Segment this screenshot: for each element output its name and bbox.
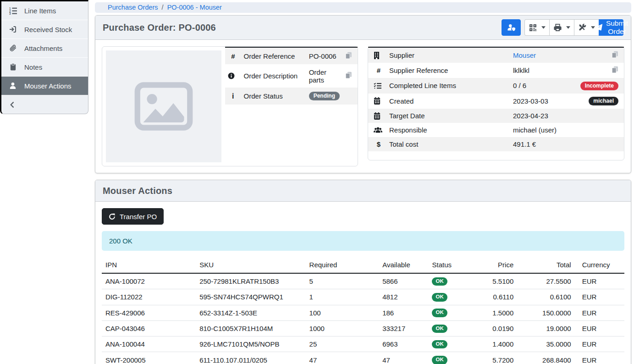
- item-price: 5.7200: [470, 352, 518, 364]
- detail-row-created: Created 2023-03-03 michael: [368, 94, 624, 109]
- detail-label: Supplier Reference: [386, 63, 510, 78]
- admin-button[interactable]: [502, 19, 521, 36]
- detail-row-supplier-reference: # Supplier Reference lklklkl: [368, 63, 624, 78]
- detail-value: 2023-03-03: [510, 94, 573, 109]
- copy-icon[interactable]: [345, 52, 352, 59]
- detail-value: Order parts: [306, 64, 342, 88]
- item-sku: 926-LMC7101QM5/NOPB: [196, 336, 305, 352]
- detail-label: Target Date: [386, 109, 510, 123]
- sidebar-item-label: Notes: [24, 63, 42, 71]
- info-circle-icon: [225, 64, 241, 88]
- item-sku: 810-C1005X7R1H104M: [196, 320, 305, 336]
- item-available: 5866: [379, 273, 428, 289]
- detail-row-order-status: i Order Status Pending: [225, 88, 358, 105]
- sign-in-icon: [8, 26, 17, 33]
- print-actions-button[interactable]: [549, 19, 574, 36]
- col-ipn: IPN: [102, 259, 196, 273]
- detail-row-responsible: Responsible michael (user): [368, 123, 624, 137]
- item-total: 19.0000: [517, 320, 574, 336]
- image-icon: [133, 82, 194, 131]
- item-ipn: ANA-100072: [102, 273, 196, 289]
- copy-icon[interactable]: [345, 72, 352, 79]
- detail-row-supplier: Supplier Mouser: [368, 47, 624, 63]
- col-price: Price: [470, 259, 518, 273]
- item-price: 1.4000: [470, 336, 518, 352]
- michael-badge: michael: [589, 97, 618, 105]
- page-title: Purchase Order: PO-0006: [103, 22, 216, 33]
- sidebar-item-line-items[interactable]: 123 Line Items: [1, 1, 88, 20]
- barcode-actions-button[interactable]: [524, 19, 549, 36]
- detail-value: 0 / 6: [510, 78, 573, 94]
- item-currency: EUR: [575, 352, 624, 364]
- sidebar-item-label: Line Items: [24, 7, 56, 15]
- breadcrumb-separator: /: [162, 4, 164, 11]
- item-price: 1.5000: [470, 305, 518, 320]
- item-required: 100: [306, 305, 379, 320]
- part-image-placeholder[interactable]: [106, 50, 221, 162]
- col-available: Available: [379, 259, 428, 273]
- caret-down-icon: [566, 26, 570, 29]
- order-toolbar: Submit Order: [502, 19, 623, 36]
- paper-plane-icon: [595, 24, 602, 32]
- sidebar-collapse-button[interactable]: [1, 95, 88, 114]
- copy-icon[interactable]: [612, 51, 618, 58]
- sidebar-item-mouser-actions[interactable]: Mouser Actions: [1, 77, 88, 95]
- sidebar-item-attachments[interactable]: Attachments: [1, 39, 88, 58]
- detail-row-order-reference: # Order Reference PO-0006: [225, 47, 358, 64]
- detail-label: Order Reference: [241, 47, 306, 64]
- copy-icon[interactable]: [612, 66, 618, 73]
- detail-label: Total cost: [386, 137, 510, 151]
- sidebar: 123 Line Items Received Stock Attachment…: [0, 0, 88, 364]
- sidebar-item-received-stock[interactable]: Received Stock: [1, 20, 88, 39]
- item-currency: EUR: [575, 289, 624, 305]
- detail-value: 491.1 €: [510, 137, 573, 151]
- printer-icon: [554, 24, 562, 32]
- breadcrumb-link-po-0006[interactable]: PO-0006 - Mouser: [167, 4, 222, 11]
- breadcrumb-link-purchase-orders[interactable]: Purchase Orders: [108, 4, 158, 11]
- sidebar-item-label: Received Stock: [24, 26, 72, 33]
- supplier-details-card: Supplier Mouser # Supplier Reference lkl…: [368, 46, 624, 160]
- item-available: 186: [379, 305, 428, 320]
- line-item-row: DIG-112022 595-SN74HCS74QPWRQ1 1 4812 OK…: [102, 289, 624, 305]
- submit-order-button[interactable]: Submit Order: [599, 19, 623, 36]
- item-available: 47: [379, 352, 428, 364]
- tools-icon: [579, 24, 586, 32]
- item-status: OK: [428, 336, 470, 352]
- detail-label: Supplier: [386, 47, 510, 63]
- calendar-icon: [368, 94, 386, 109]
- item-total: 0.6100: [517, 289, 574, 305]
- detail-row-order-description: Order Description Order parts: [225, 64, 358, 88]
- line-item-row: RES-429006 652-3314Z-1-503E 100 186 OK 1…: [102, 305, 624, 320]
- item-currency: EUR: [575, 336, 624, 352]
- item-required: 1: [306, 289, 379, 305]
- item-available: 333217: [379, 320, 428, 336]
- item-status: OK: [428, 320, 470, 336]
- item-currency: EUR: [575, 320, 624, 336]
- detail-value: lklklkl: [510, 63, 573, 78]
- detail-label: Created: [386, 94, 510, 109]
- order-actions-group: Submit Order: [524, 19, 623, 36]
- item-sku: 595-SN74HCS74QPWRQ1: [196, 289, 305, 305]
- building-icon: [368, 47, 386, 63]
- item-total: 35.0000: [517, 336, 574, 352]
- item-sku: 611-110.107.011/0205: [196, 352, 305, 364]
- clipboard-icon: [8, 63, 17, 71]
- dollar-icon: $: [368, 137, 386, 151]
- item-ipn: CAP-043046: [102, 320, 196, 336]
- submit-order-label: Submit Order: [606, 19, 628, 36]
- detail-value-link[interactable]: Mouser: [510, 47, 573, 63]
- detail-row-completed-line-items: Completed Line Items 0 / 6 Incomplete: [368, 78, 624, 94]
- table-header-row: IPN SKU Required Available Status Price …: [102, 259, 624, 273]
- app-root: 123 Line Items Received Stock Attachment…: [0, 0, 634, 364]
- col-required: Required: [306, 259, 379, 273]
- mouser-actions-body: Transfer PO 200 OK IPN SKU Required Avai…: [95, 202, 631, 364]
- purchase-order-panel: Purchase Order: PO-0006: [95, 15, 631, 173]
- ok-badge: OK: [432, 325, 447, 333]
- transfer-po-button[interactable]: Transfer PO: [102, 208, 164, 225]
- svg-text:3: 3: [9, 12, 11, 15]
- sidebar-item-notes[interactable]: Notes: [1, 58, 88, 77]
- detail-label: Order Status: [241, 88, 306, 105]
- list-check-icon: [368, 78, 386, 94]
- ok-badge: OK: [432, 277, 447, 286]
- line-item-row: SWT-200005 611-110.107.011/0205 47 47 OK…: [102, 352, 624, 364]
